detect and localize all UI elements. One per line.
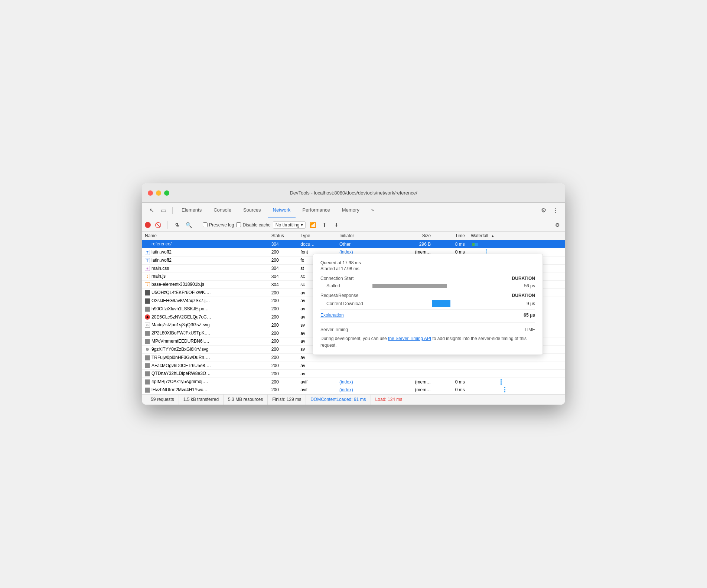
cell-size (395, 370, 434, 378)
table-row[interactable]: lHvzbNUIrm2Mvd4H1Ywc…. 200 avif (index) … (142, 386, 565, 394)
initiator-link[interactable]: (index) (339, 379, 353, 385)
more-icon-button[interactable]: ⋮ (550, 205, 561, 216)
close-button[interactable] (148, 190, 153, 196)
window-controls (148, 190, 169, 196)
col-header-size[interactable]: Size (395, 232, 434, 240)
time-label: TIME (524, 327, 535, 332)
cell-initiator: (index) (336, 386, 395, 394)
cell-name: U5OHzQL4tEKFr6OFlxWK…. (142, 289, 268, 297)
connection-start-header: Connection Start DURATION (320, 276, 535, 281)
cell-status: 200 (268, 289, 298, 297)
col-header-status[interactable]: Status (268, 232, 298, 240)
cell-status: 200 (268, 386, 298, 394)
settings-icon-button[interactable]: ⚙ (538, 205, 549, 216)
table-row[interactable]: QTDnaY32hLDipeRW8e3O… 200 av (142, 370, 565, 378)
started-at-text: Started at 17.98 ms (320, 266, 359, 271)
transferred-size: 1.5 kB transferred (179, 395, 224, 405)
table-row[interactable]: 4pIMBj7zOAk1y5Agmmoj…. 200 avif (index) … (142, 378, 565, 386)
tab-console[interactable]: Console (208, 203, 237, 218)
clear-button[interactable]: 🚫 (153, 220, 163, 230)
initiator-link[interactable]: (index) (339, 387, 353, 392)
cell-time (434, 362, 468, 370)
content-download-duration: 9 μs (513, 301, 535, 306)
disable-cache-label[interactable]: Disable cache (236, 222, 270, 228)
server-timing-api-link[interactable]: the Server Timing API (388, 336, 431, 341)
timing-popup: Queued at 17.98 ms Started at 17.98 ms C… (313, 254, 543, 355)
throttle-arrow: ▾ (301, 222, 303, 228)
search-button[interactable]: 🔍 (184, 220, 193, 230)
tab-sources[interactable]: Sources (238, 203, 266, 218)
cell-status: 200 (268, 321, 298, 329)
cell-waterfall (468, 386, 565, 394)
cell-status: 304 (268, 264, 298, 272)
cell-time: 8 ms (434, 240, 468, 248)
cell-waterfall (468, 378, 565, 386)
cell-name: O2sIJEHG9avKV4aqzSx7.j… (142, 297, 268, 305)
resources-size: 5.3 MB resources (224, 395, 268, 405)
col-header-name[interactable]: Name (142, 232, 268, 240)
cell-status: 200 (268, 362, 298, 370)
toolbar-separator-1 (172, 207, 173, 214)
maximize-button[interactable] (164, 190, 169, 196)
stalled-bar (372, 284, 447, 288)
col-header-time[interactable]: Time (434, 232, 468, 240)
tab-elements[interactable]: Elements (176, 203, 207, 218)
tab-more[interactable]: » (366, 203, 379, 218)
inspect-icon-button[interactable]: ↖ (146, 205, 157, 216)
minimize-button[interactable] (156, 190, 161, 196)
table-row[interactable]: ≡reference/ 304 docu… Other 296 B 8 ms (142, 240, 565, 248)
wifi-icon-button[interactable]: 📶 (308, 220, 317, 230)
cell-size: (mem… (395, 378, 434, 386)
cell-name: Tlatin.woff2 (142, 256, 268, 264)
img-icon (145, 371, 150, 376)
upload-icon-button[interactable]: ⬆ (320, 220, 329, 230)
img-icon (145, 388, 150, 393)
disable-cache-checkbox[interactable] (236, 222, 241, 227)
cell-size (395, 362, 434, 370)
finish-time: Finish: 129 ms (268, 395, 306, 405)
tab-performance[interactable]: Performance (297, 203, 335, 218)
col-header-type[interactable]: Type (297, 232, 336, 240)
cell-name: h90CtfziXluvh1LSSKJE.pn… (142, 305, 268, 313)
cell-status: 200 (268, 248, 298, 256)
col-header-waterfall[interactable]: Waterfall ▲ (468, 232, 565, 240)
cell-status: 200 (268, 378, 298, 386)
svg-icon: ⊘ (145, 323, 150, 328)
network-toolbar: 🚫 ⚗ 🔍 Preserve log Disable cache No thro… (142, 218, 565, 232)
net-separator-2 (198, 221, 198, 229)
net-settings-button[interactable]: ⚙ (553, 220, 562, 230)
cell-status: 304 (268, 240, 298, 248)
cell-initiator (336, 362, 395, 370)
cell-type: av (297, 362, 336, 370)
download-icon-button[interactable]: ⬇ (332, 220, 341, 230)
img-icon (145, 307, 150, 312)
content-download-label: Content Download (320, 301, 372, 306)
window-title: DevTools - localhost:8080/docs/devtools/… (290, 190, 417, 196)
content-download-item: Content Download 9 μs (320, 300, 535, 307)
cell-time (434, 370, 468, 378)
timing-divider (320, 322, 535, 323)
cell-name: 4pIMBj7zOAk1y5Agmmoj…. (142, 378, 268, 386)
preserve-log-checkbox[interactable] (203, 222, 208, 227)
tab-memory[interactable]: Memory (337, 203, 365, 218)
load-time: Load: 124 ms (371, 395, 407, 405)
cell-name: Jmain.js (142, 272, 268, 281)
content-download-bar-container (372, 300, 513, 307)
tab-toolbar: ↖ ▭ Elements Console Sources Network Per… (142, 203, 565, 218)
col-header-initiator[interactable]: Initiator (336, 232, 395, 240)
device-icon-button[interactable]: ▭ (158, 205, 169, 216)
preserve-log-label[interactable]: Preserve log (203, 222, 234, 228)
filter-button[interactable]: ⚗ (172, 220, 182, 230)
table-row[interactable]: AFacMOgv6D0CFTr6U5e8…. 200 av (142, 362, 565, 370)
throttle-selector[interactable]: No throttling ▾ (273, 221, 306, 229)
cell-name: AFacMOgv6D0CFTr6U5e8…. (142, 362, 268, 370)
img-icon (145, 355, 150, 360)
tab-network[interactable]: Network (268, 203, 296, 218)
record-button[interactable] (145, 222, 151, 228)
cell-waterfall (468, 370, 565, 378)
img-icon (145, 290, 150, 295)
waterfall-blue (475, 243, 478, 246)
cell-type: avif (297, 386, 336, 394)
explanation-link[interactable]: Explanation (320, 313, 344, 318)
img-icon (145, 339, 150, 344)
